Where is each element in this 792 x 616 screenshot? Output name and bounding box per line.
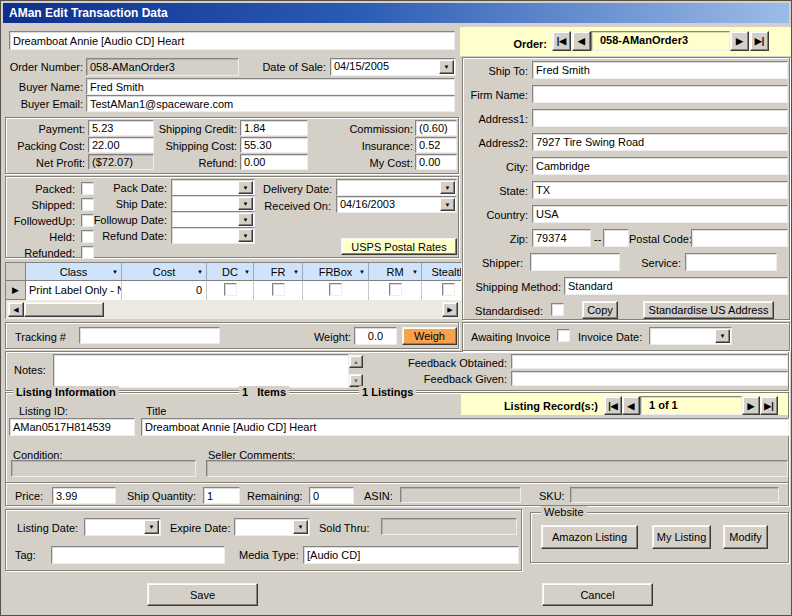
- save-button[interactable]: Save: [147, 583, 258, 606]
- cancel-button[interactable]: Cancel: [542, 583, 653, 606]
- listing-prev-button[interactable]: ◀: [622, 396, 640, 415]
- stealth-checkbox[interactable]: [442, 283, 455, 296]
- postal-code-field[interactable]: [691, 229, 788, 247]
- listing-date-combo[interactable]: ▼: [84, 518, 161, 536]
- awaiting-invoice-checkbox[interactable]: [557, 329, 570, 342]
- standardise-us-address-button[interactable]: Standardise US Address: [643, 301, 774, 319]
- amazon-listing-button[interactable]: Amazon Listing: [541, 525, 638, 549]
- listing-next-button[interactable]: ▶: [742, 396, 760, 415]
- refund-date-combo[interactable]: ▼: [171, 227, 255, 244]
- listing-first-button[interactable]: |◀: [604, 396, 622, 415]
- copy-button[interactable]: Copy: [582, 301, 618, 319]
- buyer-name-field[interactable]: [86, 78, 455, 95]
- commission-field[interactable]: [415, 120, 457, 136]
- fr-checkbox[interactable]: [272, 283, 285, 296]
- remaining-field[interactable]: [309, 487, 354, 504]
- shipping-method-field[interactable]: [564, 277, 788, 295]
- ship-date-combo[interactable]: ▼: [171, 195, 255, 212]
- frbox-checkbox[interactable]: [329, 283, 342, 296]
- shipping-cost-field[interactable]: [240, 137, 308, 153]
- service-field[interactable]: [685, 253, 777, 271]
- city-field[interactable]: [532, 157, 788, 175]
- column-header-rm[interactable]: RM ▼: [369, 263, 422, 281]
- listing-date-dropdown-button[interactable]: ▼: [144, 520, 159, 534]
- item-title-field[interactable]: [9, 31, 455, 50]
- feedback-given-field[interactable]: [511, 371, 788, 386]
- pack-date-dropdown-button[interactable]: ▼: [238, 181, 253, 194]
- column-header-stealth[interactable]: Stealth: [422, 263, 462, 281]
- invoice-date-dropdown-button[interactable]: ▼: [715, 329, 730, 343]
- order-first-button[interactable]: |◀: [552, 31, 571, 51]
- dc-filter-dropdown-icon[interactable]: ▼: [244, 269, 250, 275]
- row-selector[interactable]: ▶: [6, 281, 26, 300]
- shipper-field[interactable]: [530, 253, 620, 271]
- zip-field[interactable]: [532, 229, 591, 247]
- cell-class[interactable]: Print Label Only - N: [26, 281, 122, 300]
- received-on-combo[interactable]: 04/16/2003 ▼: [336, 196, 457, 213]
- refund-date-dropdown-button[interactable]: ▼: [238, 229, 253, 242]
- my-listing-button[interactable]: My Listing: [652, 525, 711, 549]
- state-field[interactable]: [532, 181, 788, 199]
- column-header-fr[interactable]: FR ▼: [254, 263, 303, 281]
- country-field[interactable]: [532, 205, 788, 223]
- delivery-date-dropdown-button[interactable]: ▼: [440, 181, 455, 194]
- zip4-field[interactable]: [603, 229, 629, 247]
- weigh-button[interactable]: Weigh: [402, 327, 457, 345]
- expire-date-dropdown-button[interactable]: ▼: [293, 520, 308, 534]
- cell-frbox[interactable]: [303, 281, 369, 300]
- date-of-sale-dropdown-button[interactable]: ▼: [439, 60, 454, 74]
- firm-name-field[interactable]: [532, 85, 788, 103]
- order-last-button[interactable]: ▶|: [750, 31, 769, 51]
- order-next-button[interactable]: ▶: [730, 31, 749, 51]
- listing-last-button[interactable]: ▶|: [760, 396, 778, 415]
- refunded-checkbox[interactable]: [81, 246, 94, 259]
- modify-button[interactable]: Modify: [723, 525, 768, 549]
- refund-field[interactable]: [240, 154, 308, 170]
- price-field[interactable]: [52, 487, 116, 504]
- dc-checkbox[interactable]: [224, 283, 237, 296]
- pack-date-combo[interactable]: ▼: [171, 179, 255, 196]
- column-header-frbox[interactable]: FRBox ▼: [303, 263, 369, 281]
- notes-field[interactable]: [53, 354, 349, 388]
- fr-filter-dropdown-icon[interactable]: ▼: [293, 269, 299, 275]
- column-header-class[interactable]: Class ▼: [26, 263, 122, 281]
- hscroll-right-button[interactable]: ▶: [442, 302, 458, 317]
- weight-field[interactable]: [354, 327, 397, 345]
- ship-quantity-field[interactable]: [203, 487, 240, 504]
- buyer-email-field[interactable]: [86, 95, 455, 112]
- cell-dc[interactable]: [207, 281, 254, 300]
- my-cost-field[interactable]: [415, 154, 457, 170]
- title-bar[interactable]: AMan Edit Transaction Data: [3, 3, 789, 23]
- listing-title-field[interactable]: [141, 418, 789, 436]
- address2-field[interactable]: [532, 133, 788, 151]
- cell-fr[interactable]: [254, 281, 303, 300]
- feedback-obtained-field[interactable]: [511, 354, 788, 369]
- packing-cost-field[interactable]: [88, 137, 154, 153]
- cell-rm[interactable]: [369, 281, 422, 300]
- address1-field[interactable]: [532, 109, 788, 127]
- insurance-field[interactable]: [415, 137, 457, 153]
- followup-date-dropdown-button[interactable]: ▼: [238, 213, 253, 226]
- media-type-field[interactable]: [303, 546, 519, 564]
- received-on-dropdown-button[interactable]: ▼: [440, 198, 455, 211]
- column-header-cost[interactable]: Cost ▼: [122, 263, 207, 281]
- tag-field[interactable]: [51, 546, 225, 564]
- payment-field[interactable]: [88, 120, 154, 136]
- tracking-field[interactable]: [79, 327, 220, 344]
- cost-filter-dropdown-icon[interactable]: ▼: [197, 269, 203, 275]
- rm-checkbox[interactable]: [389, 283, 402, 296]
- shipping-credit-field[interactable]: [240, 120, 308, 136]
- expire-date-combo[interactable]: ▼: [234, 518, 310, 536]
- cell-stealth[interactable]: [422, 281, 462, 300]
- column-header-dc[interactable]: DC ▼: [207, 263, 254, 281]
- date-of-sale-combo[interactable]: 04/15/2005 ▼: [330, 58, 456, 76]
- order-prev-button[interactable]: ◀: [572, 31, 591, 51]
- usps-postal-rates-button[interactable]: USPS Postal Rates: [341, 238, 457, 255]
- followup-date-combo[interactable]: ▼: [171, 211, 255, 228]
- hscroll-left-button[interactable]: ◀: [8, 302, 24, 317]
- hscroll-thumb[interactable]: [24, 302, 104, 317]
- invoice-date-combo[interactable]: ▼: [649, 327, 732, 345]
- rm-filter-dropdown-icon[interactable]: ▼: [412, 269, 418, 275]
- notes-scroll-up-button[interactable]: ▲: [349, 355, 363, 368]
- delivery-date-combo[interactable]: ▼: [336, 179, 457, 196]
